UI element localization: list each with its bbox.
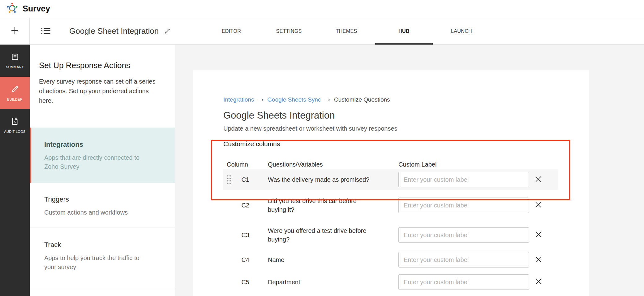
custom-label-input[interactable]: [398, 198, 529, 213]
plus-icon: [11, 26, 19, 36]
breadcrumb-item-customize-questions: Customize Questions: [334, 96, 390, 103]
question-text: Department: [268, 278, 375, 286]
column-id: C4: [235, 256, 253, 263]
top-header: Survey: [0, 0, 644, 18]
column-row-c2: C2Did you test drive this car before buy…: [223, 195, 547, 216]
custom-label-input[interactable]: [398, 274, 529, 290]
header-column: Column: [223, 160, 253, 169]
section-description: Apps that are directly connected to Zoho…: [44, 153, 152, 171]
tab-settings[interactable]: SETTINGS: [260, 18, 318, 44]
column-row-c5: C5Department: [223, 273, 547, 291]
brand[interactable]: Survey: [6, 2, 50, 16]
section-description: Custom actions and workflows: [44, 208, 152, 217]
builder-pencil-icon: [11, 85, 19, 94]
page-subtitle: Update a new spreadsheet or worksheet wi…: [223, 124, 589, 133]
panel-description: Every survey response can set off a seri…: [39, 77, 162, 106]
tab-themes[interactable]: THEMES: [318, 18, 375, 44]
edit-pencil-icon[interactable]: [164, 28, 171, 35]
tab-hub[interactable]: HUB: [375, 18, 433, 44]
panel-section-track[interactable]: TrackApps to help you track the traffic …: [30, 228, 175, 288]
close-x-icon: [535, 256, 542, 264]
response-actions-panel: Set Up Response Actions Every survey res…: [30, 45, 175, 296]
panel-section-triggers[interactable]: TriggersCustom actions and workflows: [30, 183, 175, 228]
section-title: Integrations: [44, 140, 166, 149]
column-row-c1: C1Was the delivery made as promised?: [223, 169, 558, 190]
sidebar-item-builder[interactable]: BUILDER: [0, 77, 30, 109]
survey-toolbar: Google Sheet Integration EDITORSETTINGST…: [0, 18, 644, 45]
sidebar-item-label: BUILDER: [7, 98, 23, 101]
breadcrumb-item-google-sheets-sync[interactable]: Google Sheets Sync: [267, 96, 321, 103]
new-survey-button[interactable]: [0, 18, 30, 44]
audit-logs-icon: [11, 117, 19, 127]
question-cell: Did you test drive this car before buyin…: [253, 197, 398, 214]
sidebar-item-summary[interactable]: SUMMARY: [0, 45, 30, 77]
sidebar-item-audit-logs[interactable]: AUDIT LOGS: [0, 109, 30, 141]
brand-name: Survey: [23, 4, 50, 14]
tab-editor[interactable]: EDITOR: [203, 18, 260, 44]
columns-table-rows: C1Was the delivery made as promised?C2Di…: [223, 169, 547, 291]
question-text: Did you test drive this car before buyin…: [268, 197, 375, 214]
custom-label-input[interactable]: [398, 227, 529, 243]
question-cell: Department: [253, 278, 398, 286]
survey-title: Google Sheet Integration: [69, 26, 159, 36]
question-text: Name: [268, 255, 375, 264]
close-x-icon: [535, 176, 542, 184]
integration-card: Integrations→Google Sheets Sync→Customiz…: [193, 70, 589, 296]
sidebar-item-label: SUMMARY: [6, 65, 24, 69]
close-x-icon: [535, 278, 542, 286]
zoho-survey-logo-icon: [6, 2, 19, 16]
main-content: Integrations→Google Sheets Sync→Customiz…: [175, 45, 644, 296]
list-icon: [41, 27, 51, 36]
section-title: Triggers: [44, 195, 166, 204]
customize-columns-title: Customize columns: [223, 140, 547, 148]
question-cell: Was the delivery made as promised?: [253, 175, 398, 184]
left-sidebar: SUMMARYBUILDERAUDIT LOGS: [0, 45, 30, 296]
column-id: C5: [235, 279, 253, 286]
section-description: Apps to help you track the traffic to yo…: [44, 254, 152, 272]
breadcrumb-arrow-icon: →: [325, 96, 330, 103]
breadcrumb-item-integrations[interactable]: Integrations: [223, 96, 254, 103]
custom-label-input[interactable]: [398, 252, 529, 268]
columns-table-header: Column Questions/Variables Custom Label: [223, 160, 547, 169]
sidebar-item-label: AUDIT LOGS: [4, 130, 25, 133]
column-id: C2: [235, 202, 253, 209]
tab-launch[interactable]: LAUNCH: [433, 18, 490, 44]
section-title: Track: [44, 240, 166, 250]
remove-column-button[interactable]: [534, 255, 543, 265]
close-x-icon: [535, 231, 542, 239]
question-cell: Name: [253, 255, 398, 264]
remove-column-button[interactable]: [534, 200, 543, 211]
remove-column-button[interactable]: [534, 277, 543, 287]
column-row-c4: C4Name: [223, 250, 547, 269]
column-row-c3: C3Were you offered a test drive before b…: [223, 224, 547, 246]
customize-columns-section: Customize columns Column Questions/Varia…: [223, 140, 547, 291]
question-text: Was the delivery made as promised?: [268, 175, 375, 184]
header-questions-variables: Questions/Variables: [253, 160, 398, 169]
panel-intro: Set Up Response Actions Every survey res…: [30, 45, 175, 128]
panel-section-integrations[interactable]: IntegrationsApps that are directly conne…: [30, 128, 175, 183]
survey-title-wrap: Google Sheet Integration: [69, 26, 171, 36]
question-text: Were you offered a test drive before buy…: [268, 226, 375, 244]
remove-column-button[interactable]: [534, 230, 543, 240]
drag-handle-icon[interactable]: [223, 175, 235, 185]
custom-label-input[interactable]: [398, 172, 529, 187]
question-cell: Were you offered a test drive before buy…: [253, 226, 398, 244]
breadcrumb-arrow-icon: →: [258, 96, 263, 103]
breadcrumb: Integrations→Google Sheets Sync→Customiz…: [223, 96, 589, 104]
page-title: Google Sheets Integration: [223, 109, 589, 122]
panel-title: Set Up Response Actions: [39, 60, 166, 71]
header-custom-label: Custom Label: [398, 160, 529, 169]
main-tabs: EDITORSETTINGSTHEMESHUBLAUNCH: [203, 18, 490, 44]
remove-column-button[interactable]: [534, 174, 543, 185]
summary-icon: [11, 53, 19, 62]
close-x-icon: [535, 201, 542, 209]
app-root: Survey Google Sheet Integration: [0, 0, 644, 296]
column-id: C1: [235, 176, 253, 183]
survey-list-button[interactable]: [30, 18, 62, 44]
column-id: C3: [235, 232, 253, 239]
